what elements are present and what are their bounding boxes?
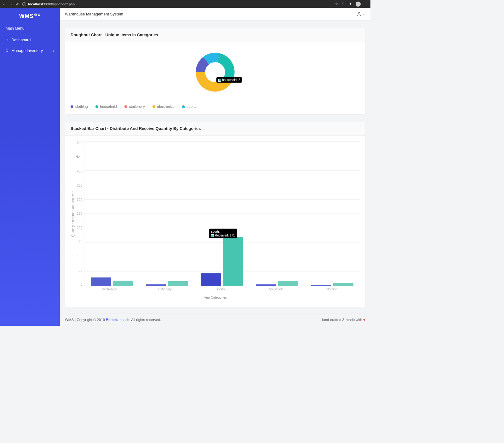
reload-icon[interactable]: ⟳ bbox=[16, 2, 19, 6]
sidebar-item-label: Dashboard bbox=[11, 38, 31, 42]
legend-item-household[interactable]: household bbox=[95, 105, 117, 108]
bar-distributed[interactable] bbox=[146, 284, 166, 286]
tooltip-title: sports bbox=[211, 230, 235, 233]
page-title: Warehouse Management System bbox=[65, 12, 123, 16]
legend-item-electronics[interactable]: electronics bbox=[152, 105, 175, 108]
legend-dot bbox=[182, 105, 185, 108]
footer-link[interactable]: Bootstrapdash bbox=[106, 318, 129, 322]
site-info-icon[interactable]: i bbox=[22, 2, 26, 6]
heart-icon: ♥ bbox=[363, 318, 365, 322]
doughnut-chart-card: Doughnut Chart - Unique Items In Categor… bbox=[65, 28, 365, 114]
url-text: localhost:8888/app/index.php bbox=[28, 2, 75, 6]
bar-distributed[interactable] bbox=[311, 285, 331, 286]
bar-tooltip: sports Received: 171 bbox=[209, 229, 237, 238]
legend-item-sports[interactable]: sports bbox=[182, 105, 197, 108]
doughnut-tooltip: household: 2 bbox=[216, 77, 242, 83]
bar-distributed[interactable] bbox=[256, 284, 276, 286]
bar-received[interactable] bbox=[168, 281, 188, 286]
legend-item-stationery[interactable]: stationery bbox=[124, 105, 145, 108]
footer-left: WMS | Copyright © 2019 Bootstrapdash. Al… bbox=[65, 318, 161, 322]
logo[interactable]: WMS ⚙⚙ bbox=[0, 10, 60, 22]
menu-section-header: Main Menu bbox=[6, 25, 54, 32]
bar-distributed[interactable] bbox=[91, 277, 111, 286]
gears-icon: ⚙⚙ bbox=[34, 13, 41, 17]
bar-group-stationary bbox=[140, 141, 195, 286]
sidebar-item-label: Manage Inventory bbox=[11, 49, 43, 53]
footer-right: Hand-crafted & made with ♥ bbox=[320, 318, 365, 322]
bar-received[interactable] bbox=[333, 283, 353, 286]
moon-icon[interactable]: ☾ bbox=[342, 2, 345, 6]
chevron-down-icon: ⌄ bbox=[363, 13, 365, 16]
y-axis: 500 450 400 350 300 250 200 150 100 50 0 bbox=[75, 141, 84, 286]
svg-point-0 bbox=[358, 12, 360, 14]
tooltip-swatch bbox=[211, 234, 214, 237]
tooltip-value: Received: 171 bbox=[215, 234, 235, 237]
bar-distributed[interactable] bbox=[201, 273, 221, 286]
chart-legend: clothing household stationery electronic… bbox=[71, 100, 360, 108]
bar-received[interactable] bbox=[113, 281, 133, 286]
chevron-right-icon: › bbox=[53, 49, 54, 53]
bar-chart: Quantity distributed and received 500 45… bbox=[71, 141, 360, 286]
bar-received[interactable] bbox=[223, 237, 243, 286]
bar-group-household bbox=[249, 141, 305, 286]
bar-group-clothing bbox=[305, 141, 360, 286]
menu-dots-icon[interactable]: ⋮ bbox=[364, 2, 368, 6]
bullet-icon bbox=[6, 39, 8, 41]
bullet-icon bbox=[6, 50, 8, 52]
x-axis: electronics stationary sports household … bbox=[81, 286, 360, 291]
star-icon[interactable]: ☆ bbox=[335, 2, 338, 6]
doughnut-chart bbox=[193, 50, 237, 94]
browser-toolbar: ← → ⟳ i localhost:8888/app/index.php ☆ ☾… bbox=[0, 0, 370, 8]
legend-dot bbox=[95, 105, 98, 108]
topbar: Warehouse Management System ⌄ bbox=[60, 8, 370, 20]
legend-dot bbox=[152, 105, 155, 108]
user-menu[interactable]: ⌄ bbox=[357, 12, 365, 17]
tooltip-swatch bbox=[218, 79, 221, 82]
tooltip-text: household: 2 bbox=[222, 78, 240, 82]
profile-avatar-icon[interactable] bbox=[356, 2, 361, 7]
back-icon[interactable]: ← bbox=[3, 2, 6, 6]
logo-text: WMS bbox=[19, 13, 34, 20]
extra-y-tick: 450 bbox=[76, 154, 82, 158]
legend-item-clothing[interactable]: clothing bbox=[71, 105, 88, 108]
footer: WMS | Copyright © 2019 Bootstrapdash. Al… bbox=[60, 313, 370, 326]
bar-chart-card: Stacked Bar Chart - Distribute And Recei… bbox=[65, 122, 365, 307]
legend-dot bbox=[71, 105, 73, 108]
card-title: Stacked Bar Chart - Distribute And Recei… bbox=[65, 122, 365, 136]
bar-group-electronics bbox=[84, 141, 140, 286]
sidebar-item-dashboard[interactable]: Dashboard bbox=[6, 35, 54, 45]
sidebar-item-manage-inventory[interactable]: Manage Inventory › bbox=[6, 45, 54, 56]
bar-group-sports bbox=[195, 141, 250, 286]
card-title: Doughnut Chart - Unique Items In Categor… bbox=[65, 28, 365, 42]
sidebar: WMS ⚙⚙ Main Menu Dashboard Manage Invent… bbox=[0, 8, 60, 326]
user-icon bbox=[357, 12, 362, 17]
extensions-icon[interactable]: ✦ bbox=[349, 2, 352, 6]
forward-icon[interactable]: → bbox=[9, 2, 13, 6]
x-axis-title: Item Categories bbox=[71, 295, 360, 299]
bar-received[interactable] bbox=[278, 281, 298, 286]
y-axis-title: Quantity distributed and received bbox=[71, 191, 75, 237]
legend-dot bbox=[124, 105, 127, 108]
